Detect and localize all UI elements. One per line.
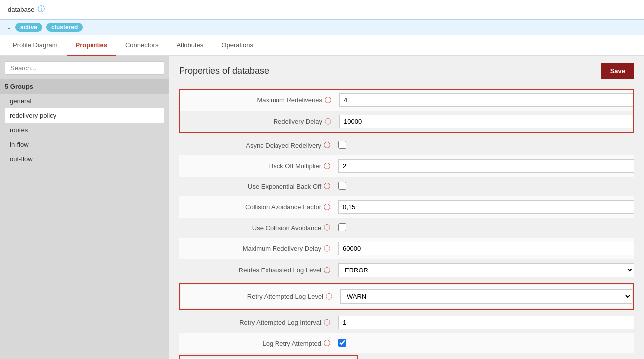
tab-properties[interactable]: Properties xyxy=(67,35,116,56)
label-retry-attempted-log-interval: Retry Attempted Log Interval ⓘ xyxy=(179,318,338,327)
label-log-retry-attempted: Log Retry Attempted ⓘ xyxy=(179,339,338,348)
top-header: database ⓘ xyxy=(0,0,644,19)
label-maximum-redeliveries: Maximum Redeliveries ⓘ xyxy=(180,96,339,105)
control-retry-attempted-log-level[interactable]: WARN ERROR INFO DEBUG TRACE xyxy=(340,289,632,304)
control-use-collision-avoidance[interactable] xyxy=(338,223,634,233)
label-use-collision-avoidance: Use Collision Avoidance ⓘ xyxy=(179,223,338,232)
checkbox-log-retry-attempted[interactable] xyxy=(338,339,346,347)
checkbox-use-collision-avoidance[interactable] xyxy=(338,223,346,231)
form-row-back-off-multiplier: Back Off Multiplier ⓘ xyxy=(179,155,634,177)
tab-attributes[interactable]: Attributes xyxy=(167,35,212,56)
status-bar: ⌄ active clustered xyxy=(0,19,644,35)
active-badge: active xyxy=(15,23,42,32)
help-icon-retry-attempted-log-interval[interactable]: ⓘ xyxy=(324,318,330,327)
sidebar-search[interactable] xyxy=(5,61,164,75)
input-redelivery-delay[interactable] xyxy=(339,115,633,128)
label-use-exponential-back-off: Use Exponential Back Off ⓘ xyxy=(179,182,338,191)
form-row-async-delayed-redelivery: Async Delayed Redelivery ⓘ xyxy=(179,135,634,155)
input-collision-avoidance-factor[interactable] xyxy=(338,200,634,214)
select-retries-exhausted-log-level[interactable]: ERROR WARN INFO DEBUG TRACE xyxy=(338,263,634,277)
control-maximum-redelivery-delay[interactable] xyxy=(338,242,634,255)
form-row-maximum-redelivery-delay: Maximum Redelivery Delay ⓘ xyxy=(179,238,634,259)
checkbox-async-delayed-redelivery[interactable] xyxy=(338,141,346,149)
tab-operations[interactable]: Operations xyxy=(212,35,262,56)
form-row-use-exponential-back-off: Use Exponential Back Off ⓘ xyxy=(179,177,634,196)
dropdown-arrow[interactable]: ⌄ xyxy=(6,24,11,31)
tab-connectors[interactable]: Connectors xyxy=(116,35,167,56)
input-maximum-redeliveries[interactable] xyxy=(339,93,633,107)
control-collision-avoidance-factor[interactable] xyxy=(338,200,634,214)
app-title: database ⓘ xyxy=(8,5,636,14)
help-icon-back-off-multiplier[interactable]: ⓘ xyxy=(324,162,330,171)
search-input[interactable] xyxy=(5,61,164,75)
help-icon-async-delayed-redelivery[interactable]: ⓘ xyxy=(324,141,330,150)
sidebar-item-out-flow[interactable]: out-flow xyxy=(5,152,164,166)
control-log-retry-attempted[interactable] xyxy=(338,339,634,348)
input-retry-attempted-log-interval[interactable] xyxy=(338,316,634,329)
select-retry-attempted-log-level[interactable]: WARN ERROR INFO DEBUG TRACE xyxy=(340,289,632,304)
form-container: Maximum Redeliveries ⓘ Redelivery Delay … xyxy=(169,84,644,359)
control-redelivery-delay[interactable] xyxy=(339,115,633,128)
save-button[interactable]: Save xyxy=(601,63,634,79)
main-content: Properties of database Save Maximum Rede… xyxy=(169,56,644,359)
sidebar-item-redelivery-policy[interactable]: redelivery policy xyxy=(5,108,164,123)
label-maximum-redelivery-delay: Maximum Redelivery Delay ⓘ xyxy=(179,244,338,253)
sidebar-item-general[interactable]: general xyxy=(5,94,164,108)
info-icon[interactable]: ⓘ xyxy=(38,5,45,14)
help-icon-retry-attempted-log-level[interactable]: ⓘ xyxy=(326,292,332,301)
control-use-exponential-back-off[interactable] xyxy=(338,182,634,191)
input-maximum-redelivery-delay[interactable] xyxy=(338,242,634,255)
checkbox-use-exponential-back-off[interactable] xyxy=(338,182,346,190)
help-icon-use-collision-avoidance[interactable]: ⓘ xyxy=(324,223,330,232)
control-retries-exhausted-log-level[interactable]: ERROR WARN INFO DEBUG TRACE xyxy=(338,263,634,277)
tab-bar: Profile Diagram Properties Connectors At… xyxy=(0,35,644,56)
form-row-retry-attempted-log-level: Retry Attempted Log Level ⓘ WARN ERROR I… xyxy=(181,285,632,308)
label-async-delayed-redelivery: Async Delayed Redelivery ⓘ xyxy=(179,141,338,150)
title-text: database xyxy=(8,6,35,13)
help-icon-maximum-redelivery-delay[interactable]: ⓘ xyxy=(324,244,330,253)
help-icon-retries-exhausted-log-level[interactable]: ⓘ xyxy=(324,266,330,275)
highlight-log-stack-trace: Log Stack Trace ⓘ xyxy=(179,355,358,359)
help-icon-log-retry-attempted[interactable]: ⓘ xyxy=(324,339,330,348)
label-retries-exhausted-log-level: Retries Exhausted Log Level ⓘ xyxy=(179,266,338,275)
form-row-maximum-redeliveries: Maximum Redeliveries ⓘ xyxy=(180,90,633,111)
control-async-delayed-redelivery[interactable] xyxy=(338,141,634,150)
form-row-retry-attempted-log-interval: Retry Attempted Log Interval ⓘ xyxy=(179,312,634,333)
control-maximum-redeliveries[interactable] xyxy=(339,93,633,107)
page-body: 5 Groups general redelivery policy route… xyxy=(0,56,644,359)
page-title-bar: Properties of database Save xyxy=(169,56,644,84)
help-icon-collision-avoidance-factor[interactable]: ⓘ xyxy=(324,203,330,212)
page-title: Properties of database xyxy=(179,66,269,76)
highlight-retry-attempted-log-level: Retry Attempted Log Level ⓘ WARN ERROR I… xyxy=(179,283,634,310)
form-row-collision-avoidance-factor: Collision Avoidance Factor ⓘ xyxy=(179,196,634,218)
label-back-off-multiplier: Back Off Multiplier ⓘ xyxy=(179,162,338,171)
form-row-redelivery-delay: Redelivery Delay ⓘ xyxy=(180,111,633,132)
help-icon-use-exponential-back-off[interactable]: ⓘ xyxy=(324,182,330,191)
clustered-badge: clustered xyxy=(46,23,83,32)
sidebar-groups-header: 5 Groups xyxy=(0,79,169,94)
input-back-off-multiplier[interactable] xyxy=(338,159,634,173)
label-redelivery-delay: Redelivery Delay ⓘ xyxy=(180,117,339,126)
form-row-log-retry-attempted: Log Retry Attempted ⓘ xyxy=(179,333,634,353)
sidebar: 5 Groups general redelivery policy route… xyxy=(0,56,169,359)
form-row-use-collision-avoidance: Use Collision Avoidance ⓘ xyxy=(179,218,634,238)
label-retry-attempted-log-level: Retry Attempted Log Level ⓘ xyxy=(181,292,340,301)
form-row-retries-exhausted-log-level: Retries Exhausted Log Level ⓘ ERROR WARN… xyxy=(179,259,634,281)
label-collision-avoidance-factor: Collision Avoidance Factor ⓘ xyxy=(179,203,338,212)
help-icon-redelivery-delay[interactable]: ⓘ xyxy=(325,117,331,126)
control-back-off-multiplier[interactable] xyxy=(338,159,634,173)
sidebar-item-routes[interactable]: routes xyxy=(5,123,164,137)
help-icon-maximum-redeliveries[interactable]: ⓘ xyxy=(325,96,331,105)
tab-profile-diagram[interactable]: Profile Diagram xyxy=(4,35,67,56)
control-retry-attempted-log-interval[interactable] xyxy=(338,316,634,329)
sidebar-item-in-flow[interactable]: in-flow xyxy=(5,137,164,152)
highlight-group-top: Maximum Redeliveries ⓘ Redelivery Delay … xyxy=(179,89,634,133)
